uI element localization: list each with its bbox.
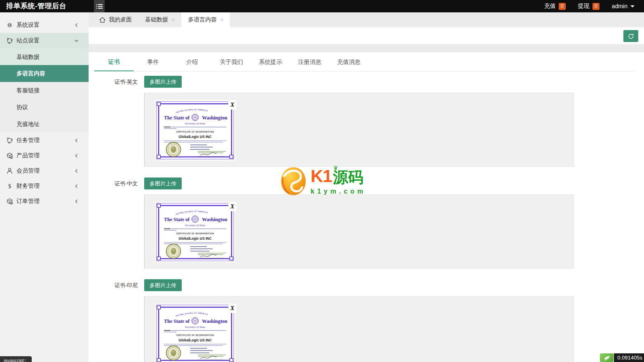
- leaf-icon: [603, 355, 611, 361]
- tab-multilanguage[interactable]: 多语言内容 ×: [181, 12, 230, 27]
- svg-text:Washington: Washington: [202, 318, 227, 324]
- sidebar-item-product-management[interactable]: 产品管理: [0, 148, 89, 163]
- content-tab-about-us[interactable]: 关于我们: [212, 52, 251, 71]
- sidebar-item-finance-management[interactable]: $ 财务管理: [0, 178, 89, 194]
- svg-text:The State of: The State of: [164, 318, 190, 324]
- sidebar-subitem-agreement[interactable]: 协议: [0, 99, 89, 116]
- chevron-left-icon: [74, 199, 79, 204]
- trace-toggle-button[interactable]: [600, 353, 614, 362]
- sidebar-item-label: 任务管理: [16, 137, 40, 144]
- sidebar-item-label: 财务管理: [16, 182, 40, 190]
- home-icon: [99, 17, 105, 23]
- form-row-certificate-en: 证书-英文 多图片上传: [94, 76, 644, 88]
- recharge-label: 充值: [544, 2, 556, 10]
- svg-text:CERTIFICATE OF INCORPORATION: CERTIFICATE OF INCORPORATION: [176, 233, 214, 235]
- sidebar-toggle-button[interactable]: [94, 0, 105, 12]
- remove-image-button[interactable]: X: [228, 304, 237, 313]
- dropdown-caret-icon: [630, 5, 635, 7]
- sidebar-item-system-settings[interactable]: 系统设置: [0, 17, 89, 33]
- remove-image-button[interactable]: X: [228, 100, 237, 110]
- sidebar-subitem-multilanguage[interactable]: 多语言内容: [0, 65, 89, 82]
- svg-text:GlobalLogic US INC: GlobalLogic US INC: [178, 236, 211, 241]
- sidebar-item-member-management[interactable]: 会员管理: [0, 163, 89, 178]
- sidebar-subitem-basic-data[interactable]: 基础数据: [0, 49, 89, 65]
- upload-panel-cn: UNITED STATES OF AMERICA The State of Wa…: [144, 194, 574, 269]
- remove-image-button[interactable]: X: [228, 202, 237, 211]
- browser-status-tooltip: javascript:;: [0, 356, 32, 362]
- product-icon: [6, 152, 13, 159]
- content-divider: [89, 44, 644, 52]
- certificate-thumbnail: UNITED STATES OF AMERICA The State of Wa…: [155, 304, 235, 362]
- sidebar-item-order-management[interactable]: 订单管理: [0, 194, 89, 209]
- sidebar-item-site-settings[interactable]: 站点设置: [0, 33, 89, 49]
- tab-basic-data[interactable]: 基础数据 ×: [138, 12, 181, 27]
- site-icon: [6, 37, 13, 44]
- content-tab-recharge-message[interactable]: 充值消息: [329, 52, 368, 71]
- svg-text:Secretary of State: Secretary of State: [185, 224, 206, 227]
- content-tab-event[interactable]: 事件: [133, 52, 173, 71]
- withdraw-count-badge: 0: [592, 3, 600, 10]
- svg-text:GlobalLogic US INC: GlobalLogic US INC: [178, 135, 211, 139]
- content-tab-intro[interactable]: 介绍: [173, 52, 212, 71]
- multi-image-upload-button[interactable]: 多图片上传: [144, 279, 182, 291]
- page-load-time: 0.091405s: [614, 353, 644, 362]
- debug-trace-bar: 0.091405s: [600, 353, 644, 362]
- svg-text:GlobalLogic US INC: GlobalLogic US INC: [178, 338, 211, 342]
- svg-text:The State of: The State of: [164, 217, 190, 222]
- top-header: 排单系统-管理后台 充值 0 提现 0 admin: [0, 0, 644, 12]
- withdraw-link[interactable]: 提现 0: [572, 0, 606, 12]
- field-label: 证书-印尼: [94, 282, 138, 289]
- recharge-link[interactable]: 充值 0: [538, 0, 572, 12]
- sidebar-item-label: 产品管理: [16, 152, 40, 159]
- window-tabbar: 我的桌面 基础数据 × 多语言内容 ×: [89, 12, 644, 27]
- tab-label: 多语言内容: [188, 16, 217, 23]
- certificate-thumbnail: UNITED STATES OF AMERICA The State of Wa…: [155, 100, 235, 161]
- sidebar-item-task-management[interactable]: 任务管理: [0, 133, 89, 148]
- chevron-down-icon: [74, 38, 79, 44]
- tab-my-desktop[interactable]: 我的桌面: [93, 12, 138, 27]
- certificate-thumbnail: UNITED STATES OF AMERICA The State of Wa…: [155, 202, 235, 262]
- user-menu[interactable]: admin: [606, 0, 641, 12]
- certificate-image: UNITED STATES OF AMERICA The State of Wa…: [155, 202, 235, 262]
- app-title: 排单系统-管理后台: [6, 0, 66, 12]
- content-tab-system-prompt[interactable]: 系统提示: [251, 52, 290, 71]
- form-row-certificate-cn: 证书-中文 多图片上传: [94, 177, 644, 189]
- chevron-left-icon: [74, 22, 79, 28]
- task-icon: [6, 137, 13, 144]
- upload-panel-en: UNITED STATES OF AMERICA The State of Wa…: [144, 93, 574, 167]
- certificate-image: UNITED STATES OF AMERICA The State of Wa…: [155, 304, 235, 362]
- multi-image-upload-button[interactable]: 多图片上传: [144, 76, 182, 88]
- hamburger-icon: [96, 4, 103, 9]
- svg-text:CERTIFICATE OF INCORPORATION: CERTIFICATE OF INCORPORATION: [176, 131, 214, 133]
- tab-label: 我的桌面: [109, 16, 132, 23]
- sidebar-subitem-recharge-address[interactable]: 充值地址: [0, 116, 89, 133]
- chevron-left-icon: [74, 183, 79, 189]
- sidebar-subitem-service-link[interactable]: 客服链接: [0, 82, 89, 99]
- sidebar-item-label: 站点设置: [16, 37, 40, 44]
- tab-label: 基础数据: [145, 16, 168, 23]
- chevron-left-icon: [74, 153, 79, 159]
- content-tab-register-message[interactable]: 注册消息: [290, 52, 329, 71]
- close-icon[interactable]: ×: [171, 16, 175, 23]
- svg-text:Washington: Washington: [202, 217, 227, 222]
- chevron-left-icon: [74, 138, 79, 143]
- sidebar-item-label: 订单管理: [16, 198, 40, 205]
- svg-text:Secretary of State: Secretary of State: [185, 122, 206, 125]
- content-tab-certificate[interactable]: 证书: [94, 52, 133, 71]
- multi-image-upload-button[interactable]: 多图片上传: [144, 177, 182, 189]
- recharge-count-badge: 0: [559, 3, 566, 10]
- member-icon: [6, 167, 13, 174]
- main-content: 证书 事件 介绍 关于我们 系统提示 注册消息 充值消息 证书-英文 多图片上传…: [89, 52, 644, 362]
- close-icon[interactable]: ×: [220, 16, 223, 23]
- svg-text:$: $: [8, 183, 11, 189]
- site-settings-submenu: 基础数据 多语言内容 客服链接 协议 充值地址: [0, 49, 89, 133]
- sidebar-item-label: 会员管理: [16, 167, 40, 175]
- gear-icon: [6, 22, 13, 29]
- refresh-button[interactable]: [623, 30, 638, 42]
- sidebar-item-label: 系统设置: [16, 21, 40, 29]
- content-toolbar: [89, 27, 644, 44]
- content-tabs: 证书 事件 介绍 关于我们 系统提示 注册消息 充值消息: [94, 52, 635, 72]
- order-icon: [6, 198, 13, 205]
- svg-text:Washington: Washington: [202, 115, 227, 121]
- sidebar: 系统设置 站点设置 基础数据 多语言内容 客服链接 协议 充值: [0, 12, 89, 362]
